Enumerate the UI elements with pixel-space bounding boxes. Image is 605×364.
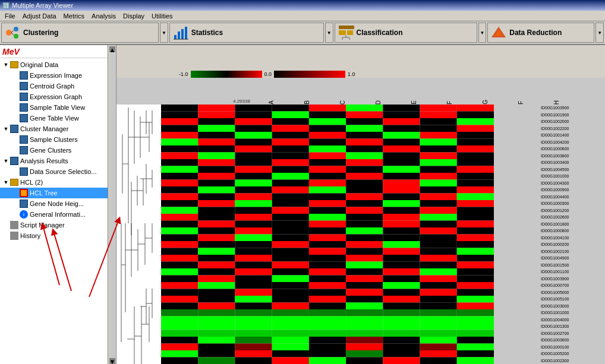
tree-expander-original-data[interactable]: ▼ [2, 61, 10, 68]
gene-label: ID00G1001100 [541, 268, 605, 276]
tree-item-original-data[interactable]: ▼Original Data [0, 59, 108, 70]
tree-item-sample-table-view[interactable]: Sample Table View [0, 102, 108, 113]
tree-icon-history [10, 231, 19, 240]
menu-file[interactable]: File [1, 12, 19, 20]
tree-label-expression-graph: Expression Graph [30, 93, 82, 100]
gene-label: ID00G1001300 [541, 323, 605, 330]
tree-item-script-manager[interactable]: Script Manager [0, 220, 108, 230]
tree-item-hcl-tree[interactable]: HCL Tree [0, 188, 108, 198]
tree-item-hcl-2[interactable]: ▼HCL (2) [0, 177, 108, 188]
tree-expander-hcl-2[interactable]: ▼ [2, 179, 10, 186]
menu-analysis[interactable]: Analysis [88, 12, 119, 20]
color-scale-bar: -1.0 0.0 1.0 [161, 71, 355, 78]
statistics-dropdown[interactable]: ▼ [325, 23, 333, 43]
scroll-up-arrow[interactable]: ▲ [109, 46, 115, 52]
menu-metrics[interactable]: Metrics [60, 12, 88, 20]
tree-label-sample-clusters: Sample Clusters [30, 136, 78, 143]
tree-expander-data-source-selection[interactable] [12, 168, 19, 175]
tree-expander-history[interactable] [2, 232, 10, 239]
gene-label: ID00G1002200 [541, 125, 605, 132]
gene-label: ID00G1002600 [541, 214, 605, 221]
menu-display[interactable]: Display [119, 12, 148, 20]
tree-expander-centroid-graph[interactable] [12, 83, 19, 90]
gene-label: ID00G1002700 [541, 330, 605, 337]
col-label-H: H [553, 100, 589, 105]
classification-button[interactable]: Classification [335, 23, 477, 43]
gene-label: ID00G1002300 [541, 357, 605, 365]
menu-utilities[interactable]: Utilities [148, 12, 176, 20]
tree-item-data-source-selection[interactable]: Data Source Selectio... [0, 166, 108, 177]
tree-expander-script-manager[interactable] [2, 221, 10, 229]
tree-icon-data-source-selection [19, 167, 29, 176]
gene-label: ID00G1000200 [541, 241, 605, 248]
col-label-D: D [375, 100, 411, 105]
gene-label: ID00G1004900 [541, 255, 605, 262]
classification-dropdown[interactable]: ▼ [478, 23, 487, 43]
gene-label: ID00G1001000 [541, 173, 605, 180]
data-reduction-dropdown[interactable]: ▼ [595, 23, 604, 43]
gene-label: ID00G1001500 [541, 262, 605, 269]
svg-point-1 [14, 27, 18, 31]
tree-expander-sample-table-view[interactable] [12, 104, 19, 111]
tree-expander-analysis-results[interactable]: ▼ [2, 157, 10, 164]
tree-expander-gene-clusters[interactable] [12, 147, 19, 154]
data-reduction-icon [490, 24, 507, 41]
tree-expander-expression-image[interactable] [12, 72, 19, 79]
tree-expander-cluster-manager[interactable]: ▼ [2, 125, 10, 132]
data-reduction-button[interactable]: Data Reduction [487, 23, 594, 43]
svg-line-3 [11, 30, 14, 33]
tree-expander-expression-graph[interactable] [12, 93, 19, 100]
tree-label-hcl-2: HCL (2) [20, 179, 43, 186]
gene-label: ID00G1004400 [541, 194, 605, 201]
tree-expander-hcl-tree[interactable] [12, 189, 19, 197]
gene-label: ID00G1001000 [541, 309, 605, 316]
menu-bar: File Adjust Data Metrics Analysis Displa… [0, 11, 605, 21]
gene-labels-panel: ID00G1003900ID00G1001900ID00G1002000ID00… [541, 105, 605, 364]
gene-label: ID00G1004100 [541, 235, 605, 242]
statistics-label: Statistics [191, 29, 321, 37]
tree-item-gene-clusters[interactable]: Gene Clusters [0, 145, 108, 156]
left-panel: MeV ▼Original DataExpression ImageCentro… [0, 45, 108, 364]
tree-icon-sample-clusters [19, 135, 29, 144]
tree-item-sample-clusters[interactable]: Sample Clusters [0, 134, 108, 145]
gene-label: ID00G1004000 [541, 316, 605, 324]
heatmap-canvas-wrapper [161, 105, 541, 364]
tree-item-gene-table-view[interactable]: Gene Table View [0, 113, 108, 124]
tree-item-centroid-graph[interactable]: Centroid Graph [0, 81, 108, 91]
clustering-button[interactable]: Clustering [1, 23, 159, 43]
tree-expander-general-information[interactable] [12, 211, 19, 218]
col-label-B: B [304, 100, 339, 105]
gene-label: ID00G1001800 [541, 221, 605, 228]
menu-adjust-data[interactable]: Adjust Data [19, 12, 60, 20]
tree-icon-script-manager [10, 220, 19, 230]
scale-label-zero: 0.0 [264, 71, 272, 77]
tree-item-expression-image[interactable]: Expression Image [0, 70, 108, 81]
left-scrollbar[interactable]: ▲ ▼ [108, 45, 116, 364]
tree-item-history[interactable]: History [0, 230, 108, 241]
tree-label-centroid-graph: Centroid Graph [30, 83, 74, 90]
svg-rect-11 [347, 30, 353, 35]
clustering-dropdown[interactable]: ▼ [160, 23, 168, 43]
tree-item-expression-graph[interactable]: Expression Graph [0, 91, 108, 102]
statistics-button[interactable]: Statistics [169, 23, 324, 43]
tree-item-gene-node-height[interactable]: Gene Node Heig... [0, 198, 108, 209]
tree-label-gene-table-view: Gene Table View [30, 115, 79, 122]
tree-expander-gene-node-height[interactable] [12, 200, 19, 207]
gene-label: ID00G1003600 [541, 337, 605, 344]
gene-label: ID00G1000300 [541, 200, 605, 207]
tree-expander-sample-clusters[interactable] [12, 136, 19, 143]
tree-expander-gene-table-view[interactable] [12, 115, 19, 122]
svg-rect-7 [181, 29, 184, 39]
gene-label: ID00G1003900 [541, 105, 605, 112]
tree-label-data-source-selection: Data Source Selectio... [30, 168, 97, 175]
tree-item-general-information[interactable]: iGeneral Informati... [0, 209, 108, 220]
statistics-icon [172, 24, 189, 41]
tree-label-general-information: General Informati... [30, 211, 86, 218]
gene-label: ID00G1000700 [541, 282, 605, 289]
scale-label-pos: 1.0 [348, 71, 355, 77]
scroll-down-arrow[interactable]: ▼ [109, 358, 115, 364]
tree-label-history: History [20, 232, 40, 239]
tree-item-cluster-manager[interactable]: ▼Cluster Manager [0, 124, 108, 134]
tree-icon-gene-table-view [19, 113, 29, 123]
tree-item-analysis-results[interactable]: ▼Analysis Results [0, 156, 108, 166]
